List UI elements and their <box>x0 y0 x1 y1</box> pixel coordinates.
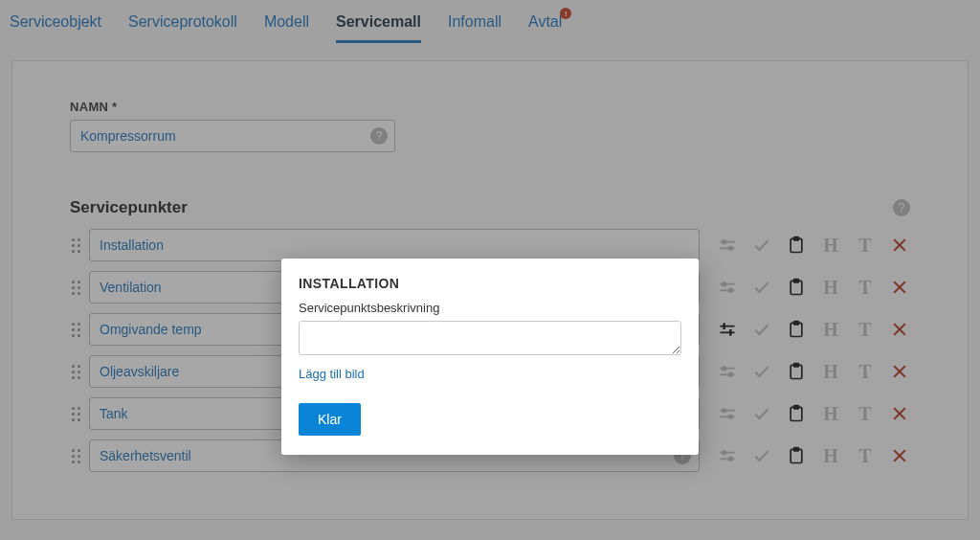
modal-title: INSTALLATION <box>299 276 681 291</box>
modal-desc-textarea[interactable] <box>299 321 681 355</box>
servicepoint-modal: INSTALLATION Servicepunktsbeskrivning Lä… <box>281 259 699 455</box>
add-image-link[interactable]: Lägg till bild <box>299 367 365 381</box>
done-button[interactable]: Klar <box>299 403 361 436</box>
modal-desc-label: Servicepunktsbeskrivning <box>299 301 681 315</box>
